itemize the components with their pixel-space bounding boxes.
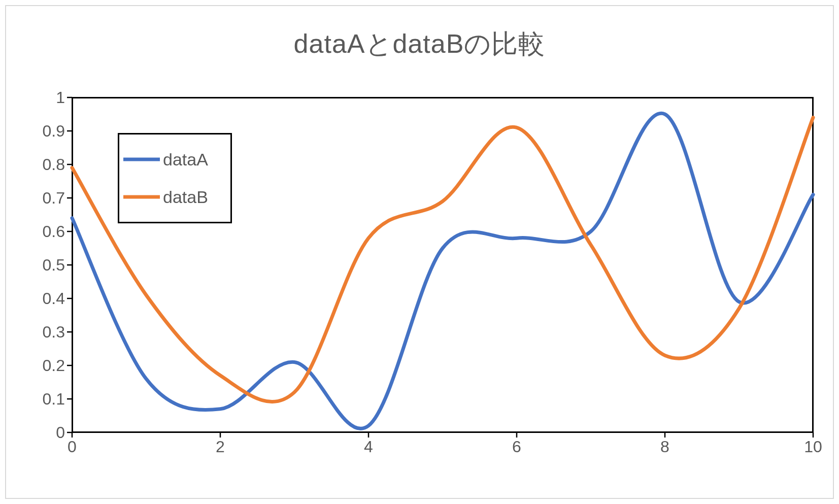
legend-swatch-dataB — [123, 194, 160, 199]
legend-item-dataA: dataA — [123, 150, 226, 170]
x-tick-label: 4 — [364, 438, 373, 456]
y-tick-label: 0.4 — [35, 289, 65, 308]
legend-item-dataB: dataB — [123, 187, 226, 207]
chart-title: dataAとdataBの比較 — [6, 26, 833, 62]
legend: dataA dataB — [118, 133, 232, 223]
y-tick-label: 0.1 — [35, 390, 65, 409]
x-tick-label: 8 — [660, 438, 669, 456]
y-tick-label: 0.3 — [35, 323, 65, 342]
chart-container: dataAとdataBの比較 dataA dataB 00.10.20.30. — [5, 5, 834, 499]
y-tick-label: 1 — [35, 88, 65, 107]
x-tick-label: 6 — [512, 438, 521, 456]
y-tick-label: 0.9 — [35, 122, 65, 141]
x-tick-label: 2 — [216, 438, 225, 456]
y-tick-label: 0 — [35, 423, 65, 442]
y-tick-label: 0.7 — [35, 189, 65, 208]
legend-label-dataB: dataB — [163, 187, 208, 207]
y-tick-label: 0.5 — [35, 256, 65, 275]
x-tick-label: 10 — [804, 438, 822, 456]
legend-swatch-dataA — [123, 157, 160, 162]
y-tick-label: 0.2 — [35, 356, 65, 375]
plot-area: dataA dataB 00.10.20.30.40.50.60.70.80.9… — [72, 97, 813, 432]
x-tick-label: 0 — [68, 438, 77, 456]
legend-label-dataA: dataA — [163, 150, 208, 170]
y-tick-label: 0.6 — [35, 222, 65, 241]
y-tick-label: 0.8 — [35, 155, 65, 174]
